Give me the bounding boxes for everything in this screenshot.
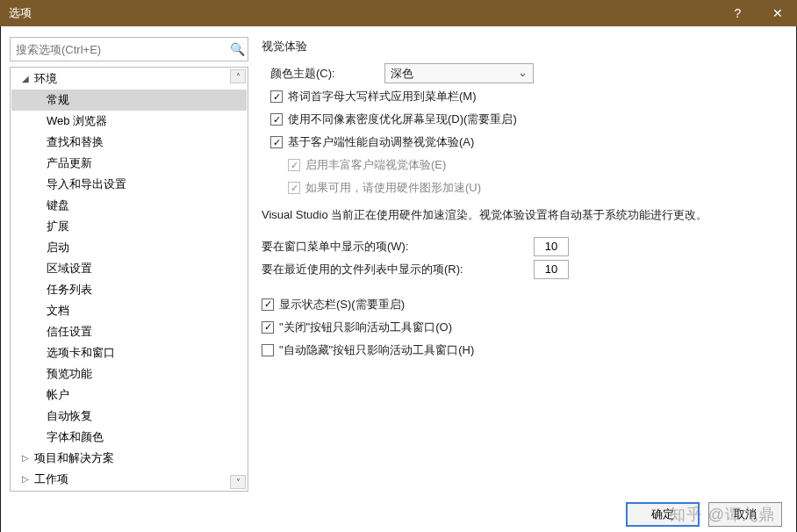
rich-client-label: 启用丰富客户端视觉体验(E) — [305, 157, 446, 173]
dialog-body: 🔍 ˄ ◢环境常规Web 浏览器查找和替换产品更新导入和导出设置键盘扩展启动区域… — [1, 26, 796, 492]
tree-item-7[interactable]: 启动 — [11, 237, 247, 258]
window-menu-label: 要在窗口菜单中显示的项(W): — [262, 239, 534, 255]
titlecase-checkbox[interactable] — [270, 90, 283, 103]
button-bar: 确定 取消 知乎 @谭九鼎 — [1, 492, 796, 532]
auto-visual-label: 基于客户端性能自动调整视觉体验(A) — [288, 134, 474, 150]
recent-files-input[interactable] — [534, 260, 569, 279]
recent-files-row: 要在最近使用的文件列表中显示的项(R): — [262, 260, 780, 279]
theme-value: 深色 — [391, 66, 413, 82]
dialog-client: 🔍 ˄ ◢环境常规Web 浏览器查找和替换产品更新导入和导出设置键盘扩展启动区域… — [1, 26, 796, 532]
tree-item-1[interactable]: Web 浏览器 — [11, 111, 247, 132]
search-input[interactable] — [11, 38, 226, 61]
close-button[interactable]: ✕ — [758, 0, 797, 26]
tree-item-5[interactable]: 键盘 — [11, 195, 247, 216]
tree-item-0[interactable]: 常规 — [11, 90, 247, 111]
cb-rich-client-row: 启用丰富客户端视觉体验(E) — [288, 155, 780, 175]
help-icon: ? — [735, 6, 742, 20]
statusbar-checkbox[interactable] — [262, 298, 274, 311]
window-menu-input[interactable] — [534, 237, 569, 256]
tree-item-12[interactable]: 选项卡和窗口 — [11, 342, 247, 363]
autohide-label: "自动隐藏"按钮只影响活动工具窗口(H) — [279, 342, 474, 358]
tree-item-4[interactable]: 导入和导出设置 — [11, 174, 247, 195]
theme-row: 颜色主题(C): 深色 — [270, 63, 780, 83]
search-box[interactable]: 🔍 — [10, 37, 248, 61]
hw-accel-checkbox — [288, 182, 300, 194]
chevron-down-icon: ◢ — [22, 70, 34, 88]
left-column: 🔍 ˄ ◢环境常规Web 浏览器查找和替换产品更新导入和导出设置键盘扩展启动区域… — [10, 37, 248, 492]
tree-top-env[interactable]: ◢环境 — [11, 68, 247, 90]
cb-auto-visual-row: 基于客户端性能自动调整视觉体验(A) — [270, 133, 780, 152]
tree-top-1[interactable]: ▷项目和解决方案 — [11, 448, 247, 469]
cb-statusbar-row: 显示状态栏(S)(需要重启) — [262, 295, 780, 314]
tree-item-9[interactable]: 任务列表 — [11, 279, 247, 300]
tree-item-11[interactable]: 信任设置 — [11, 321, 247, 342]
dpi-label: 使用不同像素密度优化屏幕呈现(D)(需要重启) — [288, 111, 517, 127]
recent-files-label: 要在最近使用的文件列表中显示的项(R): — [262, 262, 534, 277]
tree-item-10[interactable]: 文档 — [11, 300, 247, 321]
close-affects-label: "关闭"按钮只影响活动工具窗口(O) — [279, 320, 452, 335]
search-icon: 🔍 — [226, 42, 248, 56]
scroll-down-icon[interactable]: ˅ — [230, 475, 246, 489]
dpi-checkbox[interactable] — [270, 113, 283, 126]
tree-item-6[interactable]: 扩展 — [11, 216, 247, 237]
tree-item-2[interactable]: 查找和替换 — [11, 132, 247, 153]
autohide-checkbox[interactable] — [262, 344, 274, 356]
tree-item-15[interactable]: 自动恢复 — [11, 406, 247, 427]
window-title: 选项 — [9, 5, 718, 21]
settings-panel: 视觉体验 颜色主题(C): 深色 将词首字母大写样式应用到菜单栏(M) 使用不同… — [262, 37, 787, 492]
tree-top-2[interactable]: ▷工作项 — [11, 469, 247, 490]
tree-item-13[interactable]: 预览功能 — [11, 363, 247, 385]
tree-item-14[interactable]: 帐户 — [11, 385, 247, 406]
close-icon: ✕ — [772, 6, 783, 20]
section-title: 视觉体验 — [262, 39, 780, 54]
theme-dropdown[interactable]: 深色 — [384, 63, 534, 83]
scroll-up-icon[interactable]: ˄ — [230, 69, 246, 83]
statusbar-label: 显示状态栏(S)(需要重启) — [279, 297, 405, 313]
cb-autohide-row: "自动隐藏"按钮只影响活动工具窗口(H) — [262, 341, 780, 360]
tree-item-3[interactable]: 产品更新 — [11, 153, 247, 174]
tree-item-8[interactable]: 区域设置 — [11, 258, 247, 279]
cb-close-btn-row: "关闭"按钮只影响活动工具窗口(O) — [262, 318, 780, 337]
rich-client-checkbox — [288, 159, 300, 171]
cb-dpi-row: 使用不同像素密度优化屏幕呈现(D)(需要重启) — [270, 110, 780, 129]
titlebar: 选项 ? ✕ — [0, 0, 797, 26]
category-tree[interactable]: ˄ ◢环境常规Web 浏览器查找和替换产品更新导入和导出设置键盘扩展启动区域设置… — [10, 67, 248, 492]
chevron-right-icon: ▷ — [22, 471, 34, 488]
chevron-right-icon: ▷ — [22, 449, 34, 467]
titlecase-label: 将词首字母大写样式应用到菜单栏(M) — [288, 89, 477, 104]
hw-accel-label: 如果可用，请使用硬件图形加速(U) — [305, 180, 481, 196]
cb-titlecase-row: 将词首字母大写样式应用到菜单栏(M) — [270, 87, 780, 106]
tree-item-16[interactable]: 字体和颜色 — [11, 427, 247, 448]
hw-accel-description: Visual Studio 当前正在使用硬件加速渲染。视觉体验设置将自动基于系统… — [262, 206, 780, 225]
ok-button[interactable]: 确定 — [626, 502, 700, 527]
window-menu-row: 要在窗口菜单中显示的项(W): — [262, 237, 780, 256]
auto-visual-checkbox[interactable] — [270, 136, 283, 148]
close-affects-checkbox[interactable] — [262, 321, 274, 334]
theme-label: 颜色主题(C): — [270, 66, 384, 82]
cb-hw-accel-row: 如果可用，请使用硬件图形加速(U) — [288, 178, 780, 198]
options-dialog: 选项 ? ✕ 🔍 ˄ ◢环境常规Web 浏览器查找和替换产品更新导入和导出设置键… — [0, 0, 797, 532]
help-button[interactable]: ? — [718, 0, 758, 26]
cancel-button[interactable]: 取消 — [708, 502, 782, 527]
